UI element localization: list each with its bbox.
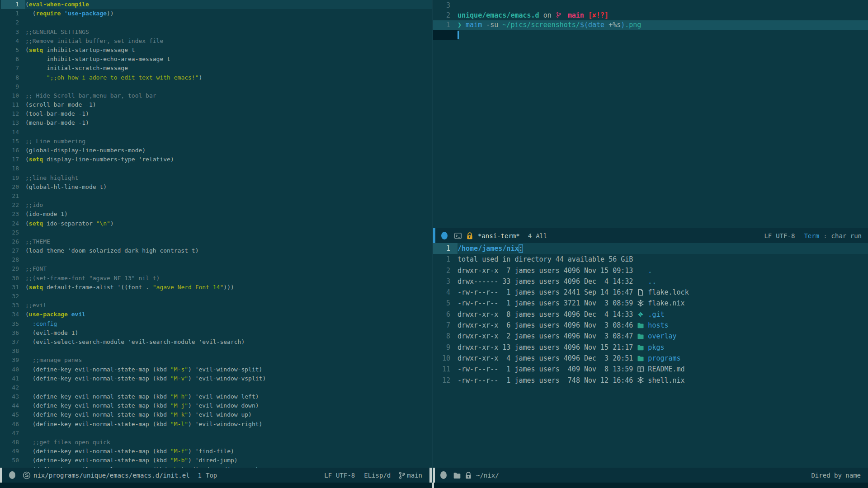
dired-row[interactable]: 7drwxr-xr-x 6 james users 4096 Nov 3 08:…	[433, 320, 868, 331]
dired-row[interactable]: 8drwxr-xr-x 2 james users 4096 Nov 3 08:…	[433, 331, 868, 342]
code-line[interactable]: 28	[1, 255, 433, 264]
code-line[interactable]: 17(setq display-line-numbers-type 'relat…	[1, 155, 433, 164]
code-line[interactable]: 43 (define-key evil-normal-state-map (kb…	[1, 392, 433, 401]
terminal-line[interactable]	[433, 30, 868, 40]
code-line[interactable]: 24(setq ido-separator "\n")	[1, 219, 433, 228]
code-line[interactable]: 38	[1, 347, 433, 356]
dired-row[interactable]: 1/home/james/nix:	[433, 243, 868, 254]
code-line[interactable]: 3;;GENERAL SETTINGS	[1, 28, 433, 37]
line-number: 39	[1, 356, 25, 365]
code-line[interactable]: 34(use-package evil	[1, 310, 433, 319]
code-line[interactable]: 40 (define-key evil-normal-state-map (kb…	[1, 365, 433, 374]
code-line[interactable]: 33;;evil	[1, 301, 433, 310]
minibuffer[interactable]	[0, 483, 868, 488]
dired-row[interactable]: 4-rw-r--r-- 1 james users 2441 Sep 14 16…	[433, 287, 868, 298]
code-line[interactable]: 23(ido-mode 1)	[1, 210, 433, 219]
code-line[interactable]: 21	[1, 192, 433, 201]
file-path: nix/programs/unique/emacs/emacs.d/init.e…	[33, 472, 190, 479]
dired-pane[interactable]: 1/home/james/nix:1total used in director…	[433, 243, 868, 468]
terminal-line[interactable]: 3	[433, 1, 868, 11]
eol-indicator: LF	[764, 232, 772, 239]
code-line[interactable]: 1 (require 'use-package))	[1, 9, 433, 18]
code-line[interactable]: 1(eval-when-compile	[1, 0, 433, 9]
major-mode: ELisp/d	[364, 472, 391, 479]
line-number: 7	[433, 320, 458, 331]
line-number: 11	[1, 100, 25, 109]
code-line[interactable]: 48 ;;get files open quick	[1, 438, 433, 447]
code-line[interactable]: 22;;ido	[1, 201, 433, 210]
modeline-line: 1	[198, 472, 202, 479]
code-line[interactable]: 26;;THEME	[1, 237, 433, 246]
code-line[interactable]: 36 (evil-mode 1)	[1, 328, 433, 338]
dired-row[interactable]: 3drwx------ 33 james users 4096 Dec 4 14…	[433, 276, 868, 287]
folder-icon	[637, 355, 644, 362]
line-number: 3	[433, 1, 458, 11]
code-line[interactable]: 13(menu-bar-mode -1)	[1, 118, 433, 127]
code-line[interactable]: 14	[1, 128, 433, 137]
code-line[interactable]: 9	[1, 82, 433, 91]
code-line[interactable]: 7 initial-scratch-message	[1, 64, 433, 73]
code-line[interactable]: 20(global-hl-line-mode t)	[1, 183, 433, 192]
dired-filename: shell.nix	[648, 376, 684, 385]
code-line[interactable]: 18	[1, 164, 433, 173]
code-line[interactable]: 12(tool-bar-mode -1)	[1, 109, 433, 118]
line-number: 34	[1, 310, 25, 319]
dired-row[interactable]: 1total used in directory 44 available 56…	[433, 254, 868, 265]
line-number: 32	[1, 292, 25, 301]
code-line[interactable]: 37 (evil-select-search-module 'evil-sear…	[1, 338, 433, 347]
code-line[interactable]: 49 (define-key evil-normal-state-map (kb…	[1, 447, 433, 456]
code-line[interactable]: 30;;(set-frame-font "agave NF 13" nil t)	[1, 274, 433, 283]
code-line[interactable]: 44 (define-key evil-normal-state-map (kb…	[1, 401, 433, 410]
code-line[interactable]: 4;;Remove initial buffer, set index file	[1, 37, 433, 46]
line-number: 35	[1, 319, 25, 328]
dired-filename: programs	[648, 354, 680, 362]
dired-cursor: :	[519, 244, 523, 253]
mode-separator: :	[823, 232, 827, 239]
line-number: 6	[433, 309, 458, 320]
code-line[interactable]: 19;;line higlight	[1, 174, 433, 183]
line-number: 3	[1, 28, 25, 37]
dired-row[interactable]: 12-rw-r--r-- 1 james users 748 Nov 12 16…	[433, 375, 868, 386]
code-line[interactable]: 46 (define-key evil-normal-state-map (kb…	[1, 420, 433, 429]
dired-row[interactable]: 2drwxr-xr-x 7 james users 4096 Nov 15 09…	[433, 265, 868, 276]
terminal-line[interactable]: 2unique/emacs/emacs.d on main [✘!?]	[433, 11, 868, 21]
code-line[interactable]: 10;; Hide Scroll bar,menu bar, tool bar	[1, 91, 433, 100]
file-icon	[637, 289, 644, 296]
code-line[interactable]: 27(load-theme 'doom-solarized-dark-high-…	[1, 246, 433, 255]
line-number: 1	[433, 243, 458, 254]
code-line[interactable]: 32	[1, 292, 433, 301]
code-line[interactable]: 16(global-display-line-numbers-mode)	[1, 146, 433, 155]
active-window-bar	[433, 228, 435, 243]
dired-path: /home/james/nix	[458, 244, 519, 253]
code-line[interactable]: 41 (define-key evil-normal-state-map (kb…	[1, 374, 433, 383]
major-mode: Term	[804, 232, 819, 239]
code-line[interactable]: 35 :config	[1, 319, 433, 328]
dired-row[interactable]: 6drwxr-xr-x 8 james users 4096 Dec 4 14:…	[433, 309, 868, 320]
dired-row[interactable]: 5-rw-r--r-- 1 james users 3721 Nov 3 08:…	[433, 298, 868, 309]
line-number: 17	[1, 155, 25, 164]
line-number: 42	[1, 383, 25, 392]
code-line[interactable]: 11(scroll-bar-mode -1)	[1, 100, 433, 109]
code-line[interactable]: 8 ";;oh how i adore to edit text with em…	[1, 73, 433, 82]
code-line[interactable]: 2	[1, 18, 433, 27]
code-line[interactable]: 5(setq inhibit-startup-message t	[1, 46, 433, 55]
line-number: 38	[1, 347, 25, 356]
dired-row[interactable]: 10drwxr-xr-x 4 james users 4096 Dec 3 20…	[433, 353, 868, 364]
code-line[interactable]: 39 ;;manage panes	[1, 356, 433, 365]
code-line[interactable]: 45 (define-key evil-normal-state-map (kb…	[1, 410, 433, 419]
code-line[interactable]: 25	[1, 228, 433, 237]
code-line[interactable]: 50 (define-key evil-normal-state-map (kb…	[1, 456, 433, 465]
dired-row[interactable]: 11-rw-r--r-- 1 james users 409 Nov 8 13:…	[433, 364, 868, 375]
dired-directory: ~/nix/	[476, 472, 499, 479]
code-line[interactable]: 42	[1, 383, 433, 392]
code-line[interactable]: 31(setq default-frame-alist '((font . "a…	[1, 283, 433, 292]
code-line[interactable]: 47	[1, 429, 433, 438]
terminal-line[interactable]: 1❯ maim -su ~/pics/screenshots/$(date +%…	[433, 20, 868, 30]
dired-row[interactable]: 9drwxr-xr-x 13 james users 4096 Nov 15 2…	[433, 342, 868, 353]
editor-pane[interactable]: 1(eval-when-compile1 (require 'use-packa…	[0, 0, 433, 468]
code-line[interactable]: 6 inhibit-startup-echo-area-message t	[1, 55, 433, 64]
terminal-pane[interactable]: 32unique/emacs/emacs.d on main [✘!?]1❯ m…	[433, 0, 868, 229]
code-line[interactable]: 29;;FONT	[1, 264, 433, 273]
line-number: 36	[1, 328, 25, 338]
code-line[interactable]: 15;; Line numbering	[1, 137, 433, 146]
